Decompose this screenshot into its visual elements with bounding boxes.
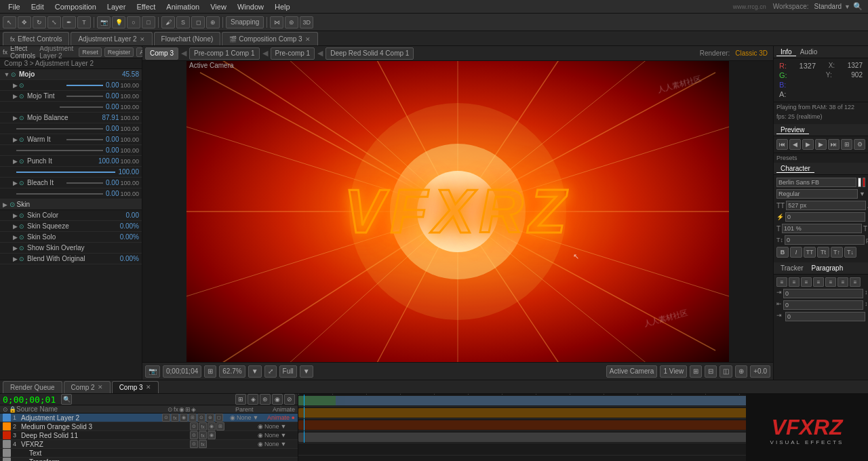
viewer-transparency-btn[interactable]: ◫ (719, 365, 732, 378)
tint-sub-slider[interactable] (60, 106, 103, 108)
tab-effect-controls[interactable]: fx Effect Controls (3, 32, 69, 45)
eye-bleach[interactable]: ⊙ (19, 180, 27, 186)
skin-solo-value[interactable]: 0.00% (120, 233, 139, 241)
toggle-warm[interactable]: ▶ (11, 136, 19, 144)
viewer-camera-dropdown[interactable]: Active Camera (606, 365, 658, 378)
super-btn[interactable]: T↑ (831, 247, 843, 258)
viewer-quality-btn[interactable]: Full (279, 365, 297, 378)
tl-btn-3[interactable]: ⊛ (260, 394, 271, 405)
slider-1[interactable] (66, 85, 103, 86)
viewer-exposure-btn[interactable]: +0.0 (750, 365, 770, 378)
tab-tracker[interactable]: Tracker (776, 264, 808, 272)
tool-move[interactable]: ✥ (18, 16, 31, 28)
workspace-dropdown-icon[interactable]: ▼ (844, 3, 850, 10)
font-style-dropdown[interactable]: ▼ (859, 191, 865, 197)
eye-skin-color[interactable]: ⊙ (19, 212, 27, 219)
tool-puppet[interactable]: ⊕ (206, 16, 220, 28)
register-btn[interactable]: Register (104, 47, 134, 57)
warm-sub-val[interactable]: 0.00 (106, 146, 119, 154)
l1-sw1[interactable]: ⊙ (162, 414, 170, 422)
tool-light[interactable]: 💡 (112, 16, 125, 28)
scale-h-field[interactable] (782, 224, 862, 233)
eye-skin-solo[interactable]: ⊙ (19, 234, 27, 241)
timeline-search-btn[interactable]: 🔍 (61, 394, 72, 405)
tl-btn-5[interactable]: ⊘ (284, 394, 295, 405)
toggle-skin-solo[interactable]: ▶ (11, 233, 19, 241)
align-left-btn[interactable]: ≡ (776, 277, 787, 287)
tool-eraser[interactable]: ◻ (191, 16, 205, 28)
animate-btn-1[interactable]: Animate ● (267, 414, 295, 421)
tl-btn-2[interactable]: ◈ (248, 394, 258, 405)
balance-sub-slider[interactable] (16, 128, 103, 129)
bottom-tab-comp2[interactable]: Comp 2 ✕ (64, 381, 111, 393)
eff-val-1[interactable]: 0.00 (106, 81, 119, 89)
baseline-field[interactable] (785, 235, 865, 245)
viewer-channels-btn[interactable]: ⊕ (735, 365, 747, 378)
menu-item-edit[interactable]: Edit (26, 0, 50, 13)
font-size-field[interactable] (786, 201, 866, 210)
bold-btn[interactable]: B (776, 247, 789, 258)
eye-punch[interactable]: ⊙ (19, 158, 27, 165)
skin-color-value[interactable]: 0.00 (126, 212, 139, 219)
l3-sw1[interactable]: ⊙ (190, 431, 198, 439)
tint-sub-val[interactable]: 0.00 (106, 103, 119, 111)
blend-original-value[interactable]: 0.00% (120, 255, 139, 262)
l2-sw4[interactable]: ⊞ (216, 422, 224, 430)
tab-flowchart[interactable]: Flowchart (None) (154, 32, 221, 45)
toggle-skin-squeeze[interactable]: ▶ (11, 222, 19, 230)
layer-2-parent-dropdown[interactable]: ▼ (281, 423, 287, 430)
eye-1[interactable]: ⊙ (19, 82, 27, 89)
tab-adjustment-layer[interactable]: Adjustment Layer 2 ✕ (71, 32, 152, 45)
viewer-tab-precomp1[interactable]: Pre-comp 1 Comp 1 (189, 47, 259, 60)
viewer-frames-btn[interactable]: ⊞ (204, 365, 216, 378)
tab-preview[interactable]: Preview (776, 126, 809, 134)
l1-sw2[interactable]: fx (171, 414, 179, 422)
punch-sub-slider[interactable] (16, 172, 115, 173)
balance-sub-val[interactable]: 0.00 (106, 125, 119, 132)
toggle-skin-color[interactable]: ▶ (11, 212, 19, 220)
viewer-quality-dropdown[interactable]: ▼ (300, 365, 313, 378)
menu-item-window[interactable]: Window (232, 0, 269, 13)
eye-skin-squeeze[interactable]: ⊙ (19, 223, 27, 230)
layer-row-6[interactable]: Transform (0, 458, 298, 461)
warm-slider[interactable] (66, 139, 103, 140)
toggle-tint[interactable]: ▶ (11, 92, 19, 100)
tab-audio[interactable]: Audio (796, 48, 822, 56)
close-comp3[interactable]: ✕ (146, 384, 151, 390)
menu-item-file[interactable]: File (3, 0, 26, 13)
tool-camera[interactable]: 📷 (97, 16, 111, 28)
l4-sw2[interactable]: fx (199, 440, 207, 448)
viewer-safe-zones-btn[interactable]: ⊟ (705, 365, 717, 378)
font-name-field[interactable] (776, 178, 856, 187)
menu-item-view[interactable]: View (205, 0, 232, 13)
layer-3-parent-dropdown[interactable]: ▼ (281, 432, 287, 439)
toggle-skin-overlay[interactable]: ▶ (11, 244, 19, 252)
preview-next-btn[interactable]: ▶ (815, 139, 827, 150)
tab-composition[interactable]: 🎬 Composition Comp 3 ✕ (222, 32, 317, 45)
justify-all-btn[interactable]: ≡ (850, 277, 861, 287)
l3-sw3[interactable]: ◉ (208, 431, 216, 439)
stroke-color-swatch[interactable] (863, 178, 866, 187)
l2-sw3[interactable]: ◉ (208, 422, 216, 430)
layer-row-4[interactable]: 4 VFXRZ ⊙ fx ◉ None ▼ (0, 440, 298, 449)
viewer-zoom-btn[interactable]: 62.7% (219, 365, 245, 378)
l2-sw2[interactable]: fx (199, 422, 207, 430)
viewer-fit-btn[interactable]: ⤢ (264, 365, 277, 378)
viewer-tab-deepred[interactable]: Deep Red Solid 4 Comp 1 (326, 47, 414, 60)
reset-btn[interactable]: Reset (79, 47, 102, 57)
preview-copy-btn[interactable]: ⊞ (841, 139, 852, 150)
justify-left-btn[interactable]: ≡ (813, 277, 824, 287)
tool-shape[interactable]: □ (142, 16, 155, 28)
punch-it-value[interactable]: 100.00 (98, 157, 119, 165)
eye-tint[interactable]: ⊙ (19, 93, 27, 100)
l1-sw5[interactable]: ⊙ (197, 414, 205, 422)
l1-sw6[interactable]: ⊛ (206, 414, 214, 422)
leading-field[interactable] (785, 212, 865, 222)
layer-row-3[interactable]: 3 Deep Red Solid 11 ⊙ fx ◉ ◉ None ▼ (0, 431, 298, 440)
viewer-time-btn[interactable]: 0;00;01;04 (163, 365, 201, 378)
eye-blend[interactable]: ⊙ (19, 256, 27, 262)
mojo-tint-value[interactable]: 0.00 (106, 92, 119, 100)
l1-sw3[interactable]: ◉ (180, 414, 188, 422)
tool-brush[interactable]: 🖌 (161, 16, 175, 28)
snapping-button[interactable]: Snapping (226, 16, 264, 28)
